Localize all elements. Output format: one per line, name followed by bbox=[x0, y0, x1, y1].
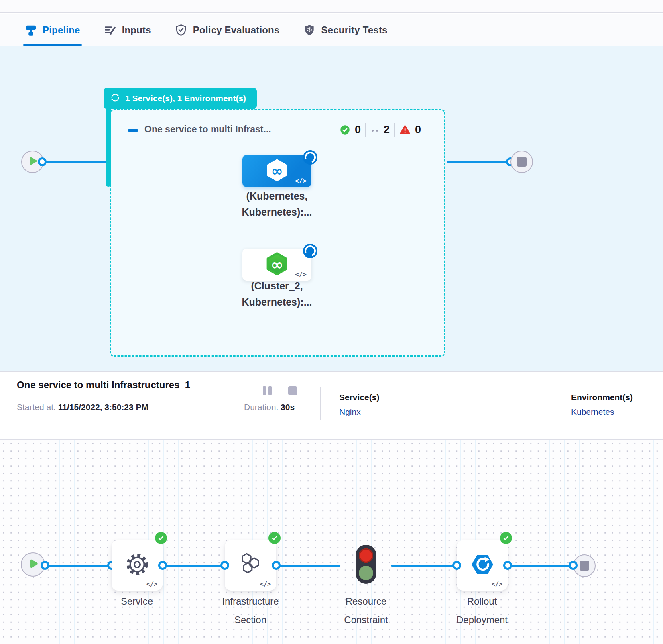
started-at-value: 11/15/2022, 3:50:23 PM bbox=[58, 402, 148, 412]
pipeline-execution-page: Pipeline Inputs Policy Evaluations Secur… bbox=[0, 0, 663, 644]
matrix-stage-box bbox=[110, 109, 445, 357]
success-check-icon bbox=[500, 532, 512, 544]
step-label-resource-constraint: Resource Constraint bbox=[314, 592, 418, 629]
code-icon: </> bbox=[295, 177, 307, 185]
tab-policy-evaluations-label: Policy Evaluations bbox=[193, 24, 280, 36]
step-label-service: Service bbox=[85, 592, 189, 611]
connector-line bbox=[163, 565, 225, 567]
connector-dot bbox=[503, 561, 512, 570]
tab-inputs[interactable]: Inputs bbox=[104, 14, 151, 46]
connector-line bbox=[43, 161, 106, 163]
pending-count: 2 bbox=[384, 124, 390, 136]
loop-badge-label: 1 Service(s), 1 Environment(s) bbox=[125, 94, 246, 103]
code-icon: </> bbox=[260, 581, 271, 588]
step-node-service[interactable]: </> bbox=[112, 540, 163, 591]
svg-text:∞: ∞ bbox=[271, 163, 283, 179]
pause-execution-button[interactable] bbox=[263, 386, 272, 397]
loop-strategy-bar bbox=[106, 104, 111, 187]
stop-icon bbox=[517, 157, 527, 167]
gear-icon bbox=[125, 552, 150, 579]
traffic-light-red-icon bbox=[359, 548, 373, 563]
connector-dot bbox=[158, 561, 167, 570]
pipeline-icon bbox=[25, 24, 37, 36]
security-shield-gear-icon bbox=[303, 24, 316, 37]
success-check-icon bbox=[268, 532, 281, 544]
pending-status-icon bbox=[370, 126, 379, 133]
success-status-icon bbox=[340, 124, 350, 135]
top-strip bbox=[0, 0, 663, 13]
matrix-node-cluster-2[interactable]: ∞ </> bbox=[242, 249, 311, 281]
svg-text:∞: ∞ bbox=[270, 256, 283, 273]
duration-value: 30s bbox=[281, 402, 295, 412]
stage-name: One service to multi Infrast... bbox=[144, 124, 271, 135]
connector-dot bbox=[220, 561, 229, 570]
connector-line bbox=[391, 565, 456, 567]
connector-dot bbox=[272, 561, 281, 570]
running-spinner-icon bbox=[303, 150, 317, 165]
connector-line bbox=[46, 565, 112, 567]
environment-link-kubernetes[interactable]: Kubernetes bbox=[571, 407, 633, 417]
inputs-icon bbox=[104, 24, 116, 37]
code-icon: </> bbox=[295, 271, 307, 278]
environments-label: Environment(s) bbox=[571, 393, 633, 402]
step-node-resource-constraint[interactable] bbox=[356, 545, 376, 584]
matrix-node-kubernetes[interactable]: ∞ </> bbox=[242, 155, 311, 187]
services-label: Service(s) bbox=[339, 393, 379, 402]
matrix-node-label: (Cluster_2, Kubernetes):... bbox=[213, 278, 341, 310]
running-spinner-icon bbox=[303, 244, 317, 258]
play-icon bbox=[27, 156, 38, 168]
matrix-node-label: (Kubernetes, Kubernetes):... bbox=[213, 188, 341, 220]
duration: Duration: 30s bbox=[244, 402, 295, 412]
step-label-rollout-deployment: Rollout Deployment bbox=[430, 592, 534, 629]
warning-status-icon bbox=[399, 124, 411, 135]
rollout-deployment-icon bbox=[471, 553, 494, 578]
loop-icon bbox=[110, 92, 120, 105]
step-node-rollout-deployment[interactable]: </> bbox=[457, 540, 508, 591]
tab-pipeline-label: Pipeline bbox=[43, 24, 80, 36]
harness-hexagon-icon: ∞ bbox=[265, 252, 289, 277]
stop-icon bbox=[580, 561, 589, 571]
pipeline-end-node bbox=[510, 151, 533, 173]
connector-dot bbox=[569, 561, 578, 570]
step-label-infrastructure-section: Infrastructure Section bbox=[198, 592, 303, 629]
services-block: Service(s) Nginx bbox=[339, 393, 379, 417]
info-divider bbox=[320, 387, 321, 420]
tab-inputs-label: Inputs bbox=[122, 24, 151, 36]
environments-block: Environment(s) Kubernetes bbox=[571, 393, 633, 417]
tab-policy-evaluations[interactable]: Policy Evaluations bbox=[175, 14, 280, 46]
started-at: Started at: 11/15/2022, 3:50:23 PM bbox=[17, 402, 148, 412]
tab-security-tests-label: Security Tests bbox=[321, 24, 388, 36]
connector-dot bbox=[38, 157, 47, 166]
traffic-light-green-icon bbox=[359, 566, 373, 580]
success-count: 0 bbox=[355, 124, 361, 136]
status-divider bbox=[365, 123, 366, 137]
service-link-nginx[interactable]: Nginx bbox=[339, 407, 379, 417]
stage-status-row: 0 2 0 bbox=[340, 123, 421, 137]
tab-pipeline[interactable]: Pipeline bbox=[25, 14, 80, 46]
connector-line bbox=[277, 565, 340, 567]
failed-count: 0 bbox=[415, 124, 421, 136]
step-node-infrastructure-section[interactable]: </> bbox=[225, 540, 276, 591]
loop-strategy-badge[interactable]: 1 Service(s), 1 Environment(s) bbox=[104, 88, 257, 109]
connector-line bbox=[447, 161, 507, 163]
play-icon bbox=[27, 558, 39, 571]
code-icon: </> bbox=[146, 581, 157, 588]
collapse-stage-button[interactable] bbox=[128, 129, 138, 132]
policy-shield-check-icon bbox=[175, 24, 187, 37]
code-icon: </> bbox=[492, 581, 502, 588]
tab-security-tests[interactable]: Security Tests bbox=[303, 14, 388, 46]
connector-line bbox=[508, 565, 573, 567]
hexagons-icon bbox=[238, 552, 263, 579]
execution-title: One service to multi Infrastructures_1 bbox=[17, 379, 190, 391]
harness-hexagon-icon: ∞ bbox=[266, 159, 288, 183]
connector-dot bbox=[41, 561, 49, 570]
status-divider bbox=[394, 123, 395, 137]
connector-dot bbox=[452, 561, 461, 570]
success-check-icon bbox=[155, 532, 167, 544]
stop-execution-button[interactable] bbox=[288, 386, 297, 397]
tab-bar: Pipeline Inputs Policy Evaluations Secur… bbox=[0, 14, 663, 46]
